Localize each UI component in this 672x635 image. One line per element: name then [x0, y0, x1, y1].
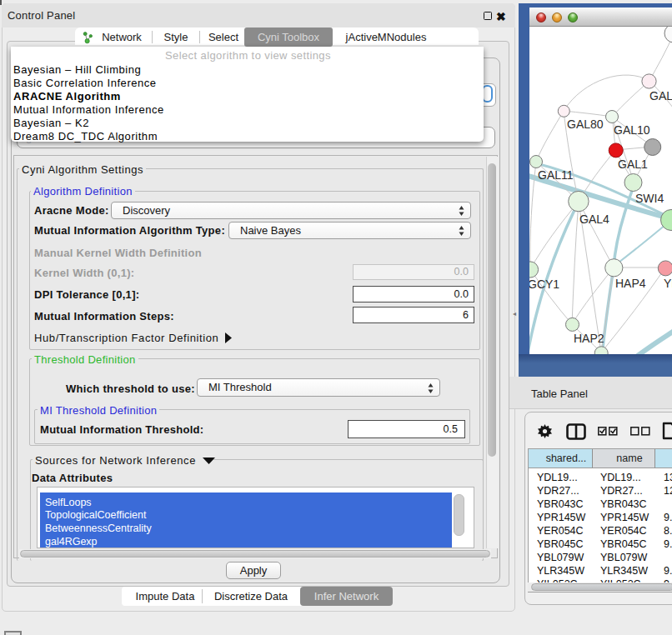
- svg-text:GAL10: GAL10: [614, 123, 650, 137]
- svg-text:GCY1: GCY1: [529, 278, 559, 291]
- svg-text:GAL1: GAL1: [618, 158, 648, 171]
- svg-text:GAL11: GAL11: [538, 168, 574, 182]
- svg-text:GAL4: GAL4: [579, 212, 609, 226]
- svg-text:SWI4: SWI4: [635, 192, 664, 205]
- svg-text:GAL7: GAL7: [649, 89, 672, 102]
- svg-text:GAL80: GAL80: [567, 118, 604, 131]
- svg-text:HAP4: HAP4: [615, 277, 646, 290]
- svg-text:YM: YM: [664, 277, 672, 290]
- svg-text:HAP2: HAP2: [574, 332, 604, 345]
